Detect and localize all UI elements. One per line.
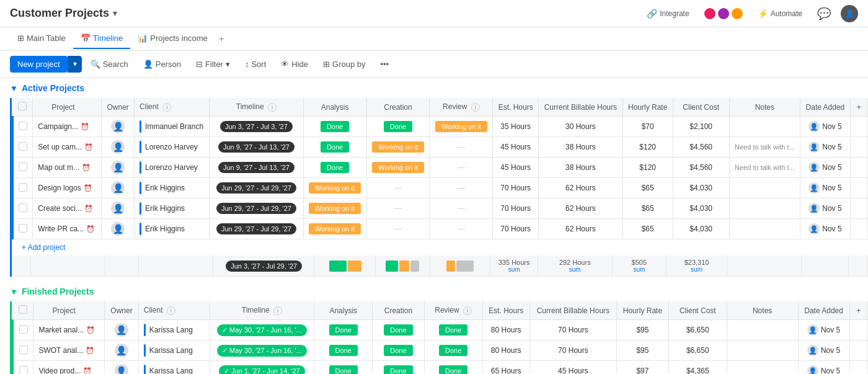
creation-badge[interactable]: Working on it xyxy=(372,162,424,173)
analysis-badge[interactable]: Working on it xyxy=(309,182,361,194)
hourly-rate-value: $97 xyxy=(636,367,649,374)
row-checkbox[interactable] xyxy=(19,224,27,233)
review-badge[interactable]: Working on it xyxy=(435,121,487,132)
timeline-badge: Jun 29, '27 - Jul 29, '27 xyxy=(216,203,296,214)
analysis-badge[interactable]: Done xyxy=(329,324,358,336)
tab-projects-income[interactable]: 📊 Projects income xyxy=(130,29,215,49)
color-circle-pink xyxy=(704,8,715,19)
project-info-icon[interactable]: ⏰ xyxy=(84,184,92,192)
analysis-badge[interactable]: Done xyxy=(321,141,349,153)
date-value: Nov 5 xyxy=(822,184,841,192)
creation-badge[interactable]: Done xyxy=(384,345,412,356)
client-info-icon[interactable]: i xyxy=(162,103,171,112)
project-name[interactable]: SWOT anal... xyxy=(38,346,83,355)
analysis-badge[interactable]: Working on it xyxy=(309,223,361,234)
finished-timeline-col-header: Timeline i xyxy=(210,301,314,320)
new-project-button[interactable]: New project xyxy=(10,56,68,73)
client-divider xyxy=(140,141,141,153)
project-info-icon[interactable]: ⏰ xyxy=(86,347,94,355)
active-sum-table: Jun 3, '27 - Jul 29, '27 xyxy=(12,256,868,277)
automate-button[interactable]: ⚡ Automate xyxy=(753,6,807,21)
chat-icon[interactable]: 💬 xyxy=(817,7,831,20)
project-name[interactable]: Write PR ca... xyxy=(38,225,84,233)
tab-main-table[interactable]: ⊞ Main Table xyxy=(10,29,73,49)
finished-timeline-info-icon[interactable]: i xyxy=(273,306,282,315)
title-dropdown-arrow[interactable]: ▾ xyxy=(113,9,117,18)
person-button[interactable]: 👤 Person xyxy=(137,56,187,72)
analysis-badge[interactable]: Done xyxy=(329,345,358,356)
row-checkbox[interactable] xyxy=(19,345,28,354)
project-name[interactable]: Market anal... xyxy=(38,326,84,334)
finished-projects-header[interactable]: ▼ Finished Projects xyxy=(0,282,868,301)
add-tab-button[interactable]: + xyxy=(215,29,228,50)
creation-badge[interactable]: Done xyxy=(384,365,412,374)
project-info-icon[interactable]: ⏰ xyxy=(82,164,91,172)
check-all-checkbox[interactable] xyxy=(18,102,27,110)
finished-review-info-icon[interactable]: i xyxy=(463,306,472,315)
finished-check-all-checkbox[interactable] xyxy=(19,305,27,314)
new-project-dropdown[interactable]: ▾ xyxy=(68,56,82,73)
row-checkbox[interactable] xyxy=(19,325,28,334)
row-checkbox[interactable] xyxy=(19,142,27,151)
income-icon: 📊 xyxy=(138,33,148,43)
finished-add-col-header[interactable]: + xyxy=(849,301,867,320)
creation-badge[interactable]: Done xyxy=(384,324,412,336)
automate-icon: ⚡ xyxy=(758,9,768,19)
timeline-info-icon[interactable]: i xyxy=(268,103,277,112)
row-checkbox[interactable] xyxy=(19,366,28,375)
client-col-header: Client i xyxy=(135,98,210,117)
review-badge[interactable]: Done xyxy=(439,324,467,336)
analysis-badge[interactable]: Done xyxy=(321,162,349,173)
review-badge[interactable]: Done xyxy=(439,365,467,374)
row-checkbox[interactable] xyxy=(19,183,27,192)
est-hours-value: 70 Hours xyxy=(500,204,531,213)
hourly-rate-value: $120 xyxy=(639,163,656,172)
row-checkbox[interactable] xyxy=(19,203,27,212)
review-badge[interactable]: Done xyxy=(439,345,467,356)
project-info-icon[interactable]: ⏰ xyxy=(83,367,92,375)
project-name[interactable]: Create soci... xyxy=(38,204,82,213)
check-all-header[interactable] xyxy=(13,98,33,117)
project-info-icon[interactable]: ⏰ xyxy=(81,123,89,131)
project-name[interactable]: Set up cam... xyxy=(38,143,82,151)
project-name[interactable]: Video prod... xyxy=(38,367,81,374)
client-cell: Lorenzo Harvey xyxy=(140,141,204,153)
filter-button[interactable]: ⊟ Filter ▾ xyxy=(190,56,236,72)
add-active-project[interactable]: + Add project xyxy=(12,239,868,256)
search-button[interactable]: 🔍 Search xyxy=(84,56,135,72)
finished-client-info-icon[interactable]: i xyxy=(167,306,175,315)
hourly-col-header: Hourly Rate xyxy=(622,98,673,117)
filter-icon: ⊟ xyxy=(196,60,203,69)
finished-check-all-header[interactable] xyxy=(13,301,33,320)
project-name[interactable]: Design logos xyxy=(38,184,81,192)
user-avatar[interactable]: 👤 xyxy=(841,5,858,22)
sort-button[interactable]: ↕ Sort xyxy=(239,56,272,72)
tab-timeline[interactable]: 📅 Timeline xyxy=(73,29,131,49)
analysis-badge[interactable]: Done xyxy=(321,121,349,132)
project-name[interactable]: Campaign... xyxy=(38,122,78,131)
group-by-button[interactable]: ⊞ Group by xyxy=(317,56,371,72)
project-info-icon[interactable]: ⏰ xyxy=(84,205,93,213)
project-info-icon[interactable]: ⏰ xyxy=(84,143,93,151)
date-added-col-header: Date Added xyxy=(800,98,850,117)
analysis-badge[interactable]: Working on it xyxy=(309,203,361,214)
client-cell: Erik Higgins xyxy=(140,202,204,215)
add-col-header[interactable]: + xyxy=(850,98,867,117)
integrate-button[interactable]: 🔗 Integrate xyxy=(642,6,694,21)
active-sum-client-cost: $23,310 xyxy=(684,259,709,266)
row-checkbox[interactable] xyxy=(19,122,27,130)
review-info-icon[interactable]: i xyxy=(471,103,480,112)
creation-badge[interactable]: Done xyxy=(384,121,412,132)
project-name[interactable]: Map out m... xyxy=(38,163,79,172)
project-info-icon[interactable]: ⏰ xyxy=(86,326,95,334)
analysis-badge[interactable]: Done xyxy=(329,365,358,374)
active-projects-header[interactable]: ▼ Active Projects xyxy=(0,78,868,98)
hide-button[interactable]: 👁 Hide xyxy=(275,56,314,72)
client-name: Lorenzo Harvey xyxy=(145,163,198,172)
est-hours-value: 45 Hours xyxy=(500,163,531,172)
project-info-icon[interactable]: ⏰ xyxy=(86,225,95,233)
client-divider xyxy=(144,344,146,357)
row-checkbox[interactable] xyxy=(19,163,27,171)
creation-badge[interactable]: Working on it xyxy=(372,141,424,153)
more-options-button[interactable]: ••• xyxy=(374,56,396,72)
